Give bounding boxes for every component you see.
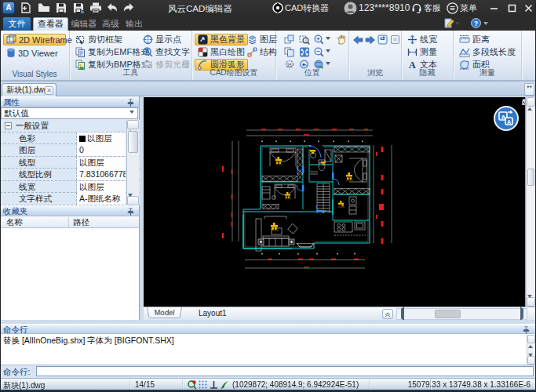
command-panel-header[interactable]: 命令行 xyxy=(0,324,536,334)
scroll-down-button[interactable] xyxy=(527,297,535,307)
back-button[interactable] xyxy=(351,34,364,45)
property-row-lineweight[interactable]: 线宽 以图层 xyxy=(0,181,140,194)
support-button[interactable]: 客服 xyxy=(411,0,443,16)
zoom-extents-button[interactable] xyxy=(297,46,311,58)
property-group-row[interactable]: 一般设置 xyxy=(0,120,140,132)
tab-scroller-button[interactable]: ▾▾ xyxy=(524,83,534,96)
show-points-button[interactable]: 显示点 xyxy=(140,34,184,45)
pan-hand-button[interactable] xyxy=(334,34,348,45)
property-row-layer[interactable]: 图层 0 xyxy=(0,144,140,157)
structure-button[interactable]: 结构 xyxy=(244,46,280,58)
favorites-col-path[interactable]: 路径 xyxy=(73,217,89,228)
command-prompt-label: 命令行: xyxy=(3,367,30,378)
minimize-button[interactable] xyxy=(487,2,501,14)
group-label-measure: 测量 xyxy=(454,67,521,78)
property-row-color[interactable]: 色彩 以图层 xyxy=(0,132,140,145)
favorites-panel-header[interactable]: 收藏夹 xyxy=(0,205,139,216)
hide-lineweight-button[interactable]: 线宽 xyxy=(404,34,440,45)
drawing-canvas[interactable]: A A xyxy=(144,97,525,307)
help-icon[interactable]: ? xyxy=(471,18,481,30)
scroll-down-button[interactable] xyxy=(127,196,139,205)
scroll-up-button[interactable] xyxy=(527,97,535,107)
zoom-region-button[interactable] xyxy=(297,34,311,45)
locate-icon[interactable] xyxy=(187,379,197,390)
ortho-icon[interactable] xyxy=(209,379,219,390)
converter-launcher[interactable]: CAD转换器 xyxy=(272,0,330,16)
2d-wireframe-button[interactable]: 2D Wireframe xyxy=(3,34,66,45)
scroll-right-button[interactable] xyxy=(517,309,527,319)
grid-snap-icon[interactable] xyxy=(198,379,208,390)
zoom-extents-icon xyxy=(299,47,310,57)
scrollbar-thumb[interactable] xyxy=(527,169,534,186)
tab-output[interactable]: 输出 xyxy=(124,17,144,31)
clip-frame-button[interactable]: 剪切框架 xyxy=(72,34,126,45)
find-text-button[interactable]: A 查找文字 xyxy=(140,46,193,58)
copy-view-button[interactable] xyxy=(283,46,296,58)
scroll-up-button[interactable] xyxy=(127,120,139,129)
measure-distance-button[interactable]: 距离 xyxy=(456,34,493,45)
property-grid-scrollbar[interactable] xyxy=(126,120,139,205)
tab-viewer[interactable]: 查看器 xyxy=(33,17,68,31)
canvas-horizontal-scrollbar[interactable] xyxy=(396,308,527,320)
app-logo-icon[interactable]: A xyxy=(2,2,15,14)
edit-page-icon[interactable] xyxy=(444,18,460,30)
tab-advanced[interactable]: 高级 xyxy=(100,17,121,31)
user-account[interactable]: 123****8910 xyxy=(344,0,411,16)
chevron-down-icon[interactable] xyxy=(483,18,489,30)
property-row-linetype-scale[interactable]: 线型比例 7.831066778 xyxy=(0,169,140,181)
draw-pencil-icon[interactable] xyxy=(220,379,230,390)
3d-viewer-button[interactable]: 3D Viewer xyxy=(3,47,66,59)
forward-arrow-icon xyxy=(365,35,376,45)
view-window-button[interactable] xyxy=(388,34,402,45)
property-row-text-style[interactable]: 文字样式 A-图纸名称 xyxy=(0,193,140,205)
favorites-list[interactable] xyxy=(0,228,139,320)
document-tab-close-icon[interactable]: ✕ xyxy=(45,86,53,95)
undo-button[interactable] xyxy=(106,2,118,13)
layout-tab-chevron-button[interactable] xyxy=(382,309,393,319)
tab-file[interactable]: 文件 xyxy=(3,17,31,31)
bw-drawing-toggle[interactable]: 黑白绘图 xyxy=(195,46,248,58)
tab-editor[interactable]: 编辑器 xyxy=(71,17,97,31)
tab-model[interactable]: Model xyxy=(147,307,182,318)
command-scrollbar[interactable] xyxy=(527,335,535,365)
zoom-out-button[interactable] xyxy=(312,46,331,58)
property-row-linetype[interactable]: 线型 以图层 xyxy=(0,157,140,169)
scroll-up-button[interactable] xyxy=(527,335,535,343)
properties-panel-header[interactable]: 属性 xyxy=(0,96,139,107)
scroll-down-button[interactable] xyxy=(527,356,535,365)
property-preset-select[interactable]: 默认值 xyxy=(1,107,138,119)
zoom-window-button[interactable] xyxy=(283,34,296,45)
scrollbar-thumb[interactable] xyxy=(435,310,461,318)
document-tab-label: 新块(1).dwg xyxy=(6,85,48,94)
save-button[interactable] xyxy=(56,2,67,13)
close-button[interactable] xyxy=(521,2,535,14)
black-background-toggle[interactable]: 黑色背景 xyxy=(195,34,248,45)
measure-polyline-button[interactable]: 多段线长度 xyxy=(456,46,519,58)
pushpin-icon[interactable] xyxy=(127,208,134,216)
print-button[interactable] xyxy=(89,2,101,13)
zoom-in-button[interactable] xyxy=(312,34,331,45)
menu-button[interactable]: 菜单 xyxy=(447,0,479,16)
open-folder-button[interactable] xyxy=(38,2,49,13)
canvas-vertical-scrollbar[interactable] xyxy=(526,97,535,307)
forward-button[interactable] xyxy=(363,34,377,45)
tab-layout1[interactable]: Layout1 xyxy=(192,307,233,320)
convert-floating-button[interactable]: A A xyxy=(494,106,519,131)
status-coordinates: (1029872; 408914.9; 6.942924E-51) xyxy=(232,380,359,389)
maximize-button[interactable] xyxy=(505,2,519,14)
new-file-button[interactable] xyxy=(20,2,31,13)
document-tab[interactable]: 新块(1).dwg ✕ xyxy=(2,83,57,97)
scrollbar-thumb[interactable] xyxy=(128,131,138,153)
redo-button[interactable] xyxy=(122,2,134,13)
command-history[interactable]: 替换 [AllInOneBig.shx] 字体为 [BIGFONT.SHX] xyxy=(0,334,536,365)
collapse-icon[interactable] xyxy=(5,122,12,129)
hide-measure-button[interactable]: 测量 xyxy=(404,46,440,58)
favorites-col-name[interactable]: 名称 xyxy=(6,217,23,228)
command-input[interactable] xyxy=(36,366,534,376)
minimize-icon xyxy=(490,4,498,13)
scroll-left-button[interactable] xyxy=(397,309,407,319)
save-as-button[interactable]: S xyxy=(73,2,85,13)
pushpin-icon[interactable] xyxy=(127,99,134,107)
layers-button[interactable]: 图层 xyxy=(244,34,280,45)
return-view-button[interactable] xyxy=(376,34,389,45)
